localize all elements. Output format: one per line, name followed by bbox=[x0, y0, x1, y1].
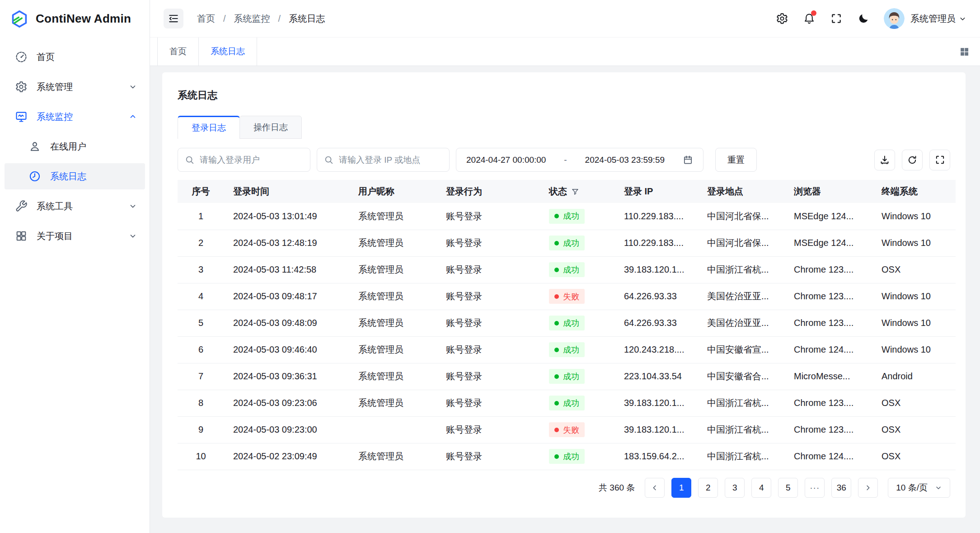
status-label: 成功 bbox=[563, 398, 579, 409]
cell-behavior: 账号登录 bbox=[437, 416, 540, 443]
settings-button[interactable] bbox=[772, 8, 792, 29]
sidebar-item-about-project[interactable]: 关于项目 bbox=[5, 223, 145, 249]
table-row: 12024-05-03 13:01:49系统管理员账号登录成功110.229.1… bbox=[178, 203, 956, 230]
status-badge: 成功 bbox=[549, 236, 585, 250]
cell-nickname: 系统管理员 bbox=[349, 283, 437, 310]
cell-nickname: 系统管理员 bbox=[349, 390, 437, 416]
filter-bar: 2024-04-27 00:00:00 - 2024-05-03 23:59:5… bbox=[178, 148, 950, 172]
sidebar-collapse-button[interactable] bbox=[164, 9, 183, 28]
chevron-down-icon bbox=[129, 232, 137, 240]
cell-os: Windows 10 bbox=[872, 336, 956, 363]
chevron-down-icon[interactable] bbox=[959, 15, 966, 23]
page-button-3[interactable]: 3 bbox=[725, 478, 745, 498]
table-row: 72024-05-03 09:36:31系统管理员账号登录成功223.104.3… bbox=[178, 363, 956, 390]
cell-status: 失败 bbox=[540, 283, 615, 310]
cell-location: 中国安徽省合... bbox=[698, 363, 785, 390]
cell-browser: MSEdge 124... bbox=[785, 203, 872, 230]
table-row: 32024-05-03 11:42:58系统管理员账号登录成功39.183.12… bbox=[178, 256, 956, 283]
notifications-button[interactable] bbox=[799, 8, 820, 29]
dashboard-icon bbox=[15, 51, 28, 63]
fullscreen-icon bbox=[830, 13, 842, 24]
cell-behavior: 账号登录 bbox=[437, 230, 540, 256]
page-size-select[interactable]: 10 条/页 bbox=[888, 478, 950, 498]
breadcrumb-item-home[interactable]: 首页 bbox=[197, 13, 215, 25]
cell-nickname: 系统管理员 bbox=[349, 336, 437, 363]
filter-icon[interactable] bbox=[571, 188, 579, 196]
page-button-1[interactable]: 1 bbox=[671, 478, 691, 498]
gear-icon bbox=[15, 80, 28, 93]
status-dot-icon bbox=[554, 401, 559, 406]
cell-os: Android bbox=[872, 363, 956, 390]
sidebar-item-system-monitor[interactable]: 系统监控 bbox=[5, 104, 145, 130]
sidebar-item-label: 系统日志 bbox=[50, 170, 86, 183]
cell-os: Windows 10 bbox=[872, 283, 956, 310]
page-ellipsis-button[interactable]: ··· bbox=[805, 478, 825, 498]
sidebar-item-system-tools[interactable]: 系统工具 bbox=[5, 193, 145, 219]
sidebar-item-system-log[interactable]: 系统日志 bbox=[5, 163, 145, 189]
tab-options-button[interactable] bbox=[959, 38, 980, 66]
breadcrumb: 首页 / 系统监控 / 系统日志 bbox=[197, 13, 325, 25]
page-button-36[interactable]: 36 bbox=[831, 478, 851, 498]
cell-time: 2024-05-03 12:48:19 bbox=[224, 230, 349, 256]
avatar[interactable] bbox=[884, 8, 905, 29]
table-row: 102024-05-02 23:09:49系统管理员账号登录成功183.159.… bbox=[178, 443, 956, 470]
table-row: 62024-05-03 09:46:40系统管理员账号登录成功120.243.2… bbox=[178, 336, 956, 363]
grid-icon bbox=[15, 230, 28, 242]
cell-browser: Chrome 123.... bbox=[785, 283, 872, 310]
tab-login-log[interactable]: 登录日志 bbox=[178, 116, 240, 139]
cell-status: 成功 bbox=[540, 203, 615, 230]
system-log-card: 系统日志 登录日志 操作日志 2024-04-27 00:00: bbox=[162, 72, 966, 518]
export-button[interactable] bbox=[874, 150, 895, 170]
cell-ip: 110.229.183.... bbox=[615, 203, 698, 230]
prev-page-button[interactable] bbox=[645, 478, 665, 498]
sidebar-item-online-users[interactable]: 在线用户 bbox=[5, 133, 145, 160]
cell-no: 3 bbox=[178, 256, 224, 283]
log-tabs: 登录日志 操作日志 bbox=[178, 116, 950, 139]
cell-browser: Chrome 124.... bbox=[785, 443, 872, 470]
cell-location: 中国浙江省杭... bbox=[698, 256, 785, 283]
cell-ip: 39.183.120.1... bbox=[615, 256, 698, 283]
login-ip-input[interactable] bbox=[339, 155, 442, 165]
page-list: 12345···36 bbox=[671, 478, 851, 498]
cell-behavior: 账号登录 bbox=[437, 336, 540, 363]
table-row: 82024-05-03 09:23:06系统管理员账号登录成功39.183.12… bbox=[178, 390, 956, 416]
breadcrumb-item-monitor[interactable]: 系统监控 bbox=[234, 13, 270, 25]
reset-button[interactable]: 重置 bbox=[715, 148, 757, 172]
cell-behavior: 账号登录 bbox=[437, 310, 540, 336]
cell-browser: Chrome 123.... bbox=[785, 390, 872, 416]
dark-mode-button[interactable] bbox=[853, 8, 874, 29]
col-no: 序号 bbox=[178, 180, 224, 203]
page-button-2[interactable]: 2 bbox=[698, 478, 718, 498]
cell-behavior: 账号登录 bbox=[437, 203, 540, 230]
table-row: 52024-05-03 09:48:09系统管理员账号登录成功64.226.93… bbox=[178, 310, 956, 336]
tab-operation-log[interactable]: 操作日志 bbox=[239, 116, 302, 139]
status-dot-icon bbox=[554, 214, 559, 218]
cell-ip: 183.159.64.2... bbox=[615, 443, 698, 470]
sidebar-item-home[interactable]: 首页 bbox=[5, 44, 145, 70]
status-label: 成功 bbox=[563, 344, 579, 355]
tab-home[interactable]: 首页 bbox=[157, 38, 199, 66]
next-page-button[interactable] bbox=[858, 478, 878, 498]
cell-location: 中国浙江省杭... bbox=[698, 443, 785, 470]
login-user-input[interactable] bbox=[200, 155, 303, 165]
cell-browser: Chrome 123.... bbox=[785, 256, 872, 283]
fullscreen-button[interactable] bbox=[826, 8, 847, 29]
cell-status: 成功 bbox=[540, 230, 615, 256]
date-range-picker[interactable]: 2024-04-27 00:00:00 - 2024-05-03 23:59:5… bbox=[456, 148, 703, 172]
cell-nickname: 系统管理员 bbox=[349, 310, 437, 336]
chevron-left-icon bbox=[651, 484, 659, 492]
cell-location: 中国安徽省宣... bbox=[698, 336, 785, 363]
search-icon bbox=[324, 155, 334, 165]
cell-location: 美国佐治亚亚... bbox=[698, 283, 785, 310]
user-name[interactable]: 系统管理员 bbox=[910, 13, 956, 25]
tab-system-log[interactable]: 系统日志 bbox=[199, 38, 257, 66]
page-button-5[interactable]: 5 bbox=[778, 478, 798, 498]
cell-status: 成功 bbox=[540, 310, 615, 336]
sidebar-item-system-management[interactable]: 系统管理 bbox=[5, 74, 145, 100]
page-button-4[interactable]: 4 bbox=[751, 478, 771, 498]
cell-ip: 64.226.93.33 bbox=[615, 310, 698, 336]
status-label: 成功 bbox=[563, 211, 579, 222]
cell-behavior: 账号登录 bbox=[437, 283, 540, 310]
table-fullscreen-button[interactable] bbox=[929, 150, 950, 170]
refresh-button[interactable] bbox=[902, 150, 923, 170]
